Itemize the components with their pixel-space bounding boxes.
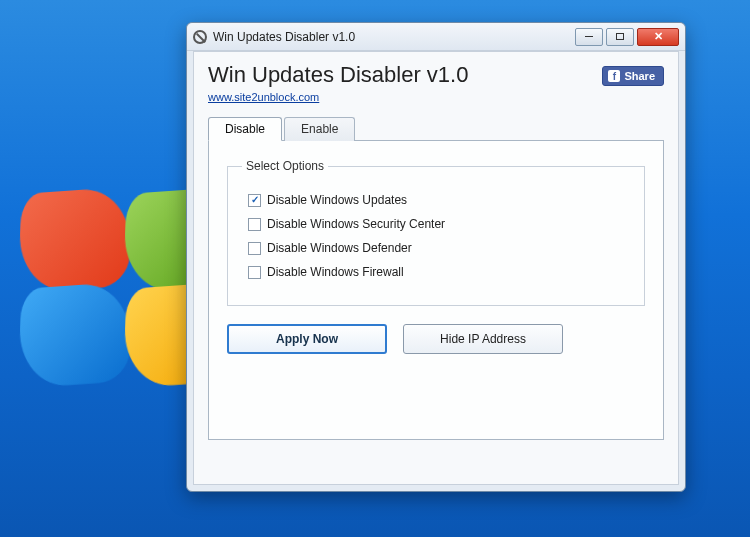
option-row: Disable Windows Updates xyxy=(248,193,630,207)
titlebar[interactable]: Win Updates Disabler v1.0 ✕ xyxy=(187,23,685,51)
option-label: Disable Windows Defender xyxy=(267,241,412,255)
share-label: Share xyxy=(624,70,655,82)
app-title: Win Updates Disabler v1.0 xyxy=(208,62,602,88)
options-group: Select Options Disable Windows Updates D… xyxy=(227,159,645,306)
tabs-area: Disable Enable Select Options Disable Wi… xyxy=(194,110,678,440)
button-row: Apply Now Hide IP Address xyxy=(227,306,645,354)
header: Win Updates Disabler v1.0 www.site2unblo… xyxy=(194,52,678,110)
client-area: Win Updates Disabler v1.0 www.site2unblo… xyxy=(193,51,679,485)
maximize-icon xyxy=(616,33,624,40)
options-legend: Select Options xyxy=(242,159,328,173)
facebook-icon: f xyxy=(608,70,620,82)
checkbox-disable-firewall[interactable] xyxy=(248,266,261,279)
minimize-icon xyxy=(585,36,593,38)
checkbox-disable-updates[interactable] xyxy=(248,194,261,207)
share-button[interactable]: f Share xyxy=(602,66,664,86)
tab-disable[interactable]: Disable xyxy=(208,117,282,141)
option-row: Disable Windows Defender xyxy=(248,241,630,255)
option-label: Disable Windows Security Center xyxy=(267,217,445,231)
option-row: Disable Windows Security Center xyxy=(248,217,630,231)
app-window: Win Updates Disabler v1.0 ✕ Win Updates … xyxy=(186,22,686,492)
option-label: Disable Windows Firewall xyxy=(267,265,404,279)
tab-disable-label: Disable xyxy=(225,122,265,136)
checkbox-disable-security-center[interactable] xyxy=(248,218,261,231)
desktop-background: Win Updates Disabler v1.0 ✕ Win Updates … xyxy=(0,0,750,537)
window-controls: ✕ xyxy=(575,28,679,46)
tab-panel: Select Options Disable Windows Updates D… xyxy=(208,140,664,440)
hide-ip-button[interactable]: Hide IP Address xyxy=(403,324,563,354)
tab-enable[interactable]: Enable xyxy=(284,117,355,141)
checkbox-disable-defender[interactable] xyxy=(248,242,261,255)
tabstrip: Disable Enable xyxy=(208,116,664,140)
window-title: Win Updates Disabler v1.0 xyxy=(213,30,355,44)
apply-now-button[interactable]: Apply Now xyxy=(227,324,387,354)
option-label: Disable Windows Updates xyxy=(267,193,407,207)
website-link[interactable]: www.site2unblock.com xyxy=(208,91,319,103)
maximize-button[interactable] xyxy=(606,28,634,46)
close-icon: ✕ xyxy=(654,30,663,43)
tab-enable-label: Enable xyxy=(301,122,338,136)
minimize-button[interactable] xyxy=(575,28,603,46)
option-row: Disable Windows Firewall xyxy=(248,265,630,279)
app-prohibit-icon xyxy=(193,30,207,44)
close-button[interactable]: ✕ xyxy=(637,28,679,46)
